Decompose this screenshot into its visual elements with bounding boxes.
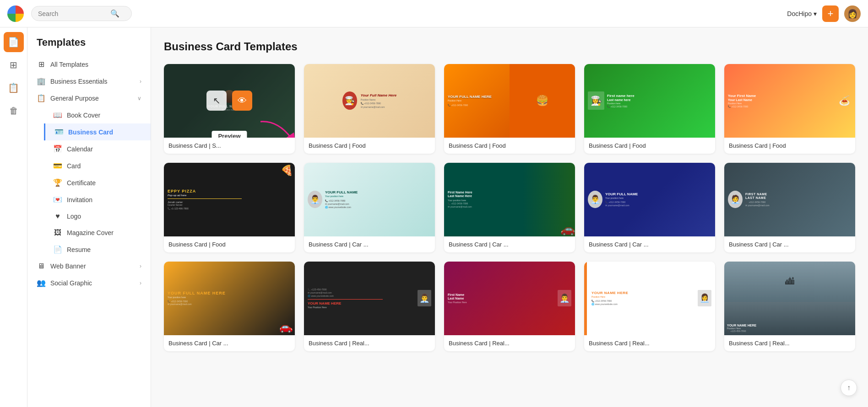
template-card[interactable]: First Name Last Name Your Position Here … xyxy=(444,262,575,351)
sidebar-item-magazine-cover[interactable]: 🖼 Magazine Cover xyxy=(44,225,151,241)
template-label: Business Card | Food xyxy=(164,236,295,252)
sidebar-item-general-purpose[interactable]: 📋 General Purpose ∨ xyxy=(27,90,151,107)
header-right: DocHipo ▾ + 👩 xyxy=(787,5,861,22)
brand-label[interactable]: DocHipo ▾ xyxy=(787,10,817,17)
sidebar-item-label: Certificate xyxy=(67,179,96,187)
template-thumbnail: YOUR NAME HERE Position Here 📞 +012-3456… xyxy=(584,262,715,335)
calendar-icon: 📅 xyxy=(53,145,62,153)
template-card[interactable]: 👨‍🍳 Your Full Name Here Position Name 📞 … xyxy=(304,64,435,154)
card-icon: 💳 xyxy=(53,161,62,170)
sidebar-item-resume[interactable]: 📄 Resume xyxy=(44,241,151,258)
template-thumbnail: 👩‍🍳 First name here Last name here Posit… xyxy=(584,64,715,138)
template-label: Business Card | Food xyxy=(584,138,715,154)
template-label: Business Card | Car ... xyxy=(304,236,435,252)
sidebar-item-label: General Purpose xyxy=(50,95,99,102)
template-thumbnail: 🍕 EPPY PIZZA Pop-up ad here Jonah carter… xyxy=(164,163,295,236)
main-content: Business Card Templates YOUR FULL NAME H… xyxy=(151,27,868,407)
sidebar-item-social-graphic[interactable]: 👥 Social Graphic › xyxy=(27,274,151,291)
sidebar-item-invitation[interactable]: 💌 Invitation xyxy=(44,191,151,208)
sidebar-icon-document[interactable]: 📄 xyxy=(4,32,24,52)
sidebar-item-label: Card xyxy=(67,162,81,170)
template-thumbnail: Your First Name Your Last Name Position … xyxy=(724,64,855,138)
sidebar-title: Templates xyxy=(27,37,151,56)
preview-template-button[interactable]: 👁 xyxy=(232,91,252,111)
magazine-cover-icon: 🖼 xyxy=(53,229,62,237)
template-card[interactable]: 👩‍🍳 First name here Last name here Posit… xyxy=(584,64,715,154)
sidebar-item-label: Book Cover xyxy=(67,112,100,119)
template-label: Business Card | Food xyxy=(444,138,575,154)
template-thumbnail: YOUR FULL NAME HERE Position Name ↖ 👁 Pr… xyxy=(164,64,295,138)
template-card[interactable]: 📞 +123-456-7890 ✉ yourname@mail.com 🌐 ww… xyxy=(304,262,435,351)
template-label: Business Card | Car ... xyxy=(444,236,575,252)
template-card[interactable]: 🚗 First Name Here Last Name Here Your po… xyxy=(444,163,575,252)
template-thumbnail: First Name Last Name Your Position Here … xyxy=(444,262,575,335)
sidebar-item-label: Social Graphic xyxy=(50,279,92,287)
sidebar-item-business-essentials[interactable]: 🏢 Business Essentials › xyxy=(27,73,151,90)
template-card[interactable]: 👨‍💼 YOUR FULL NAME Your position here 📞 … xyxy=(304,163,435,252)
sidebar-item-certificate[interactable]: 🏆 Certificate xyxy=(44,174,151,191)
page-title: Business Card Templates xyxy=(164,40,855,53)
sidebar-item-label: Invitation xyxy=(67,196,92,204)
sidebar-item-label: Business Essentials xyxy=(50,78,108,85)
invitation-icon: 💌 xyxy=(53,195,62,204)
logo-icon: ♥ xyxy=(53,212,62,220)
search-box[interactable]: 🔍 xyxy=(31,6,132,21)
template-card[interactable]: 🍕 EPPY PIZZA Pop-up ad here Jonah carter… xyxy=(164,163,295,252)
add-button[interactable]: + xyxy=(822,5,839,22)
template-label: Business Card | S... xyxy=(164,138,295,154)
scroll-to-top-button[interactable]: ↑ xyxy=(841,380,857,396)
nav-submenu: 📖 Book Cover 🪪 Business Card 📅 Calendar … xyxy=(27,107,151,258)
template-label: Business Card | Car ... xyxy=(724,236,855,252)
template-card[interactable]: YOUR NAME HERE Position Here 📞 +012-3456… xyxy=(584,262,715,351)
template-label: Business Card | Real... xyxy=(304,335,435,351)
template-thumbnail: 🚗 YOUR FULL NAME HERE Your position here… xyxy=(164,262,295,335)
template-label: Business Card | Real... xyxy=(444,335,575,351)
app-logo[interactable] xyxy=(7,5,24,22)
search-input[interactable] xyxy=(38,10,107,17)
chevron-right-icon2: › xyxy=(140,263,141,269)
preview-label: Preview xyxy=(212,131,247,138)
template-label: Business Card | Car ... xyxy=(164,335,295,351)
template-card[interactable]: 🧑‍💼 FIRST NAME LAST NAME 📞 +012-3456-789… xyxy=(724,163,855,252)
template-thumbnail: 🍔 YOUR FULL NAME HERE Position Here 📞 +0… xyxy=(444,64,575,138)
general-purpose-icon: 📋 xyxy=(37,94,46,102)
sidebar-icon-grid[interactable]: ⊞ xyxy=(4,55,24,75)
template-thumbnail: 👨‍🍳 Your Full Name Here Position Name 📞 … xyxy=(304,64,435,138)
social-graphic-icon: 👥 xyxy=(37,278,46,287)
sidebar-item-calendar[interactable]: 📅 Calendar xyxy=(44,140,151,157)
template-thumbnail: 📞 +123-456-7890 ✉ yourname@mail.com 🌐 ww… xyxy=(304,262,435,335)
template-grid: YOUR FULL NAME HERE Position Name ↖ 👁 Pr… xyxy=(164,64,855,351)
chevron-right-icon3: › xyxy=(140,280,141,286)
avatar[interactable]: 👩 xyxy=(844,5,861,22)
template-thumbnail: 🧑‍💼 FIRST NAME LAST NAME 📞 +012-3456-789… xyxy=(724,163,855,236)
sidebar-item-label: Business Card xyxy=(68,129,113,136)
sidebar-item-label: Magazine Cover xyxy=(67,229,114,236)
template-card[interactable]: 🚗 YOUR FULL NAME HERE Your position here… xyxy=(164,262,295,351)
app-header: 🔍 DocHipo ▾ + 👩 xyxy=(0,0,868,27)
sidebar-item-web-banner[interactable]: 🖥 Web Banner › xyxy=(27,258,151,274)
icon-sidebar: 📄 ⊞ 📋 🗑 xyxy=(0,27,27,407)
sidebar-item-all-templates[interactable]: ⊞ All Templates xyxy=(27,56,151,73)
resume-icon: 📄 xyxy=(53,245,62,254)
template-thumbnail: 👨‍💼 YOUR FULL NAME Your position here 📞 … xyxy=(584,163,715,236)
sidebar-item-card[interactable]: 💳 Card xyxy=(44,157,151,174)
template-card[interactable]: 🍔 YOUR FULL NAME HERE Position Here 📞 +0… xyxy=(444,64,575,154)
book-cover-icon: 📖 xyxy=(53,111,62,119)
sidebar-item-label: Web Banner xyxy=(50,262,86,270)
template-card[interactable]: 👨‍💼 YOUR FULL NAME Your position here 📞 … xyxy=(584,163,715,252)
select-template-button[interactable]: ↖ xyxy=(206,91,227,111)
template-card[interactable]: 🏙 YOUR NAME HERE Position Here 📞 +123-45… xyxy=(724,262,855,351)
sidebar-item-label: All Templates xyxy=(50,61,88,68)
sidebar-item-logo[interactable]: ♥ Logo xyxy=(44,208,151,225)
sidebar-item-book-cover[interactable]: 📖 Book Cover xyxy=(44,107,151,123)
template-label: Business Card | Real... xyxy=(724,335,855,351)
template-card[interactable]: YOUR FULL NAME HERE Position Name ↖ 👁 Pr… xyxy=(164,64,295,154)
business-essentials-icon: 🏢 xyxy=(37,77,46,86)
sidebar-icon-trash[interactable]: 🗑 xyxy=(4,101,24,121)
sidebar-icon-layers[interactable]: 📋 xyxy=(4,78,24,98)
template-label: Business Card | Food xyxy=(724,138,855,154)
nav-sidebar: Templates ⊞ All Templates 🏢 Business Ess… xyxy=(27,27,151,407)
sidebar-item-business-card[interactable]: 🪪 Business Card xyxy=(44,123,151,140)
all-templates-icon: ⊞ xyxy=(37,60,46,69)
template-card[interactable]: Your First Name Your Last Name Position … xyxy=(724,64,855,154)
